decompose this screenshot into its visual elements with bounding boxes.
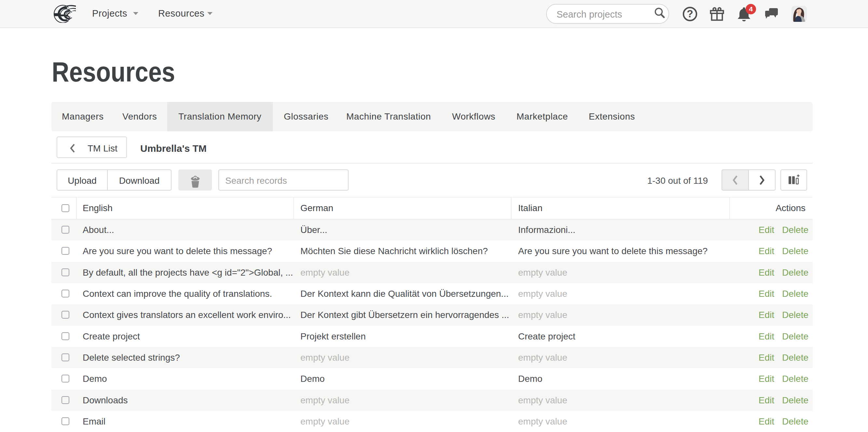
- svg-text:?: ?: [687, 8, 693, 20]
